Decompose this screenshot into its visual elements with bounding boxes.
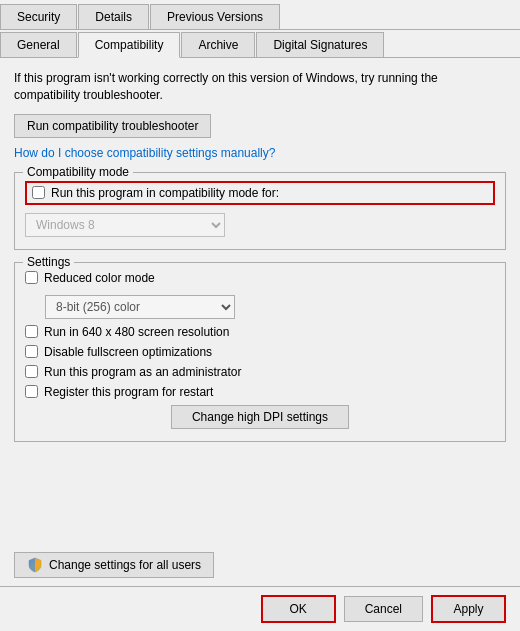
admin-label: Run this program as an administrator: [44, 365, 241, 379]
reduced-color-label: Reduced color mode: [44, 271, 155, 285]
tab-bar-bottom: General Compatibility Archive Digital Si…: [0, 30, 520, 58]
tab-details[interactable]: Details: [78, 4, 149, 29]
bottom-section: Change settings for all users: [0, 544, 520, 586]
tab-digital-signatures[interactable]: Digital Signatures: [256, 32, 384, 57]
change-settings-button[interactable]: Change settings for all users: [14, 552, 214, 578]
cancel-button[interactable]: Cancel: [344, 596, 423, 622]
color-mode-dropdown[interactable]: 8-bit (256) color: [45, 295, 235, 319]
apply-button[interactable]: Apply: [431, 595, 506, 623]
compat-mode-checkbox-label: Run this program in compatibility mode f…: [51, 186, 279, 200]
compat-mode-checkbox[interactable]: [32, 186, 45, 199]
shield-icon: [27, 557, 43, 573]
resolution-row: Run in 640 x 480 screen resolution: [25, 325, 495, 339]
tab-archive[interactable]: Archive: [181, 32, 255, 57]
ok-button[interactable]: OK: [261, 595, 336, 623]
tab-general[interactable]: General: [0, 32, 77, 57]
restart-label: Register this program for restart: [44, 385, 213, 399]
resolution-label: Run in 640 x 480 screen resolution: [44, 325, 229, 339]
admin-checkbox[interactable]: [25, 365, 38, 378]
resolution-checkbox[interactable]: [25, 325, 38, 338]
compatibility-mode-group: Compatibility mode Run this program in c…: [14, 172, 506, 250]
change-settings-label: Change settings for all users: [49, 558, 201, 572]
change-dpi-button[interactable]: Change high DPI settings: [171, 405, 349, 429]
compatibility-mode-label: Compatibility mode: [23, 165, 133, 179]
restart-row: Register this program for restart: [25, 385, 495, 399]
fullscreen-checkbox[interactable]: [25, 345, 38, 358]
window: Security Details Previous Versions Gener…: [0, 0, 520, 631]
main-content: If this program isn't working correctly …: [0, 58, 520, 544]
settings-group-label: Settings: [23, 255, 74, 269]
help-link[interactable]: How do I choose compatibility settings m…: [14, 146, 506, 160]
tab-security[interactable]: Security: [0, 4, 77, 29]
reduced-color-row: Reduced color mode: [25, 271, 495, 285]
reduced-color-checkbox[interactable]: [25, 271, 38, 284]
compat-checkbox-highlighted: Run this program in compatibility mode f…: [25, 181, 495, 205]
fullscreen-row: Disable fullscreen optimizations: [25, 345, 495, 359]
run-troubleshooter-button[interactable]: Run compatibility troubleshooter: [14, 114, 211, 138]
description-text: If this program isn't working correctly …: [14, 70, 506, 104]
admin-row: Run this program as an administrator: [25, 365, 495, 379]
settings-group: Settings Reduced color mode 8-bit (256) …: [14, 262, 506, 442]
tab-previous-versions[interactable]: Previous Versions: [150, 4, 280, 29]
tab-bar-top: Security Details Previous Versions: [0, 0, 520, 30]
restart-checkbox[interactable]: [25, 385, 38, 398]
tab-compatibility[interactable]: Compatibility: [78, 32, 181, 58]
fullscreen-label: Disable fullscreen optimizations: [44, 345, 212, 359]
compat-mode-dropdown[interactable]: Windows 8: [25, 213, 225, 237]
footer: OK Cancel Apply: [0, 586, 520, 631]
